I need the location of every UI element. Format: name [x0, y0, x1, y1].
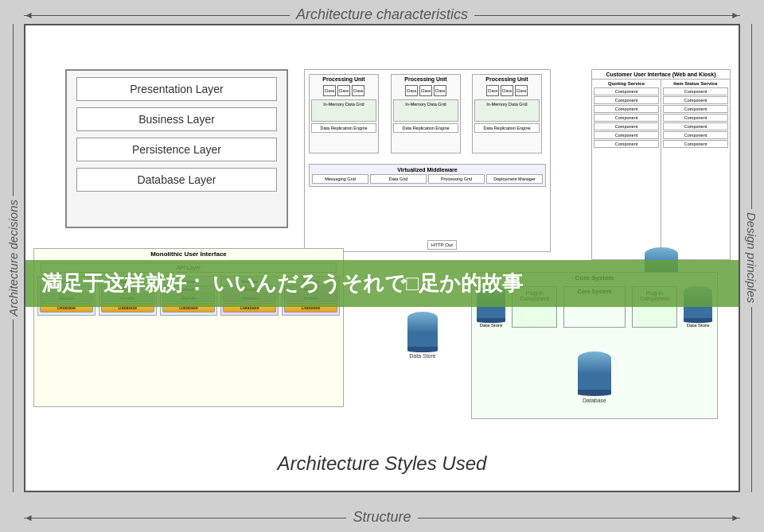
vm-data: Data Grid — [370, 174, 427, 184]
plugin-ds-left-label: Data Store — [477, 323, 505, 328]
pu2-class2: Class — [419, 85, 432, 96]
vm-deployment: Deployment Manager — [486, 174, 543, 184]
ds1-body — [407, 332, 438, 347]
plugin-ds-left-body — [477, 305, 505, 318]
cui-comp-3: Component — [594, 105, 659, 113]
left-arrow: Architecture decisions — [2, 24, 24, 492]
plugin-db-body — [578, 374, 611, 390]
ds1-bottom — [407, 347, 438, 352]
bottom-arrow-label: Structure — [346, 509, 417, 526]
cui-comp-7: Component — [594, 140, 659, 148]
processing-unit-2: Processing Unit Class Class Class In-Mem… — [391, 74, 461, 153]
pu3-grid: In-Memory Data Grid — [474, 99, 540, 122]
http-box: HTTP Out — [427, 240, 457, 250]
pu3-class2: Class — [501, 85, 513, 96]
presentation-layer: Presentation Layer — [76, 77, 277, 101]
plugin-db-label: Database — [472, 398, 717, 403]
pu2-grid: In-Memory Data Grid — [393, 99, 458, 122]
pu3-class3: Class — [515, 85, 528, 96]
cui-comp-6: Component — [594, 131, 659, 139]
pu1-engine: Data Replication Engine — [311, 123, 376, 133]
vm-messaging: Messaging Grid — [312, 174, 368, 184]
monolithic-header: Monolithic User Interface — [34, 249, 343, 259]
cui-comp-2: Component — [594, 96, 659, 104]
plugin-db-bottom — [578, 390, 611, 396]
plugin-ds-right-body — [684, 305, 712, 318]
persistence-layer: Persistence Layer — [76, 138, 277, 161]
left-arrow-label: Architecture decisions — [6, 196, 20, 320]
banner-overlay: 満足于这样就好： いいんだろうそれで□足か的故事 — [25, 260, 739, 307]
pu2-classes: Class Class Class — [392, 83, 460, 98]
pu2-header: Processing Unit — [392, 75, 460, 83]
cui-comp2-1: Component — [663, 87, 728, 95]
vm-items: Messaging Grid Data Grid Processing Grid… — [312, 174, 543, 184]
pu3-classes: Class Class Class — [473, 83, 541, 98]
top-arrow: Architecture characteristics — [24, 6, 740, 23]
processing-area: Processing Unit Class Class Class In-Mem… — [304, 69, 551, 252]
cui-col1-header: Quoting Service — [594, 81, 659, 86]
bottom-arrow: Structure — [24, 509, 740, 526]
cui-comp2-6: Component — [663, 131, 728, 139]
layered-architecture-box: Presentation Layer Business Layer Persis… — [65, 69, 288, 228]
pu2-class1: Class — [405, 85, 418, 96]
right-arrow: Design principles — [740, 24, 762, 492]
pu1-class2: Class — [337, 85, 350, 96]
pu1-classes: Class Class Class — [310, 83, 378, 98]
plugin-db-top — [578, 351, 611, 374]
vm-header: Virtualized Middleware — [312, 167, 543, 173]
top-arrow-label: Architecture characteristics — [290, 6, 474, 23]
pu2-engine: Data Replication Engine — [393, 123, 458, 133]
pu1-class3: Class — [352, 85, 364, 96]
cui-comp-5: Component — [594, 122, 659, 130]
cui-comp2-7: Component — [663, 140, 728, 148]
cui-comp2-3: Component — [663, 105, 728, 113]
outer-frame: Presentation Layer Business Layer Persis… — [24, 24, 740, 492]
processing-unit-3: Processing Unit Class Class Class In-Mem… — [472, 74, 542, 153]
cui-comp2-5: Component — [663, 122, 728, 130]
customer-ui-cols: Quoting Service Component Component Comp… — [592, 80, 730, 253]
plugin-ds-right-label: Data Store — [684, 323, 712, 328]
cui-comp2-2: Component — [663, 96, 728, 104]
vm-processing: Processing Grid — [428, 174, 485, 184]
business-layer: Business Layer — [76, 107, 277, 131]
pu3-class1: Class — [486, 85, 499, 96]
processing-unit-1: Processing Unit Class Class Class In-Mem… — [309, 74, 379, 153]
database-layer: Database Layer — [76, 168, 277, 192]
customer-ui-area: Customer User Interface (Web and Kiosk) … — [591, 69, 731, 260]
banner-text: 満足于这样就好： いいんだろうそれで□足か的故事 — [41, 270, 723, 297]
vm-area: Virtualized Middleware Messaging Grid Da… — [309, 164, 546, 187]
cui-comp-4: Component — [594, 114, 659, 122]
cui-comp-1: Component — [594, 87, 659, 95]
arch-styles-label: Architecture Styles Used — [278, 452, 487, 475]
cui-comp2-4: Component — [663, 114, 728, 122]
pu1-header: Processing Unit — [310, 75, 378, 83]
data-store-1: Data Store — [407, 312, 438, 359]
pu1-class1: Class — [323, 85, 336, 96]
pu2-class3: Class — [434, 85, 446, 96]
cui-col-2: Item Status Service Component Component … — [661, 80, 730, 253]
right-arrow-label: Design principles — [745, 209, 758, 306]
ds1-top — [407, 312, 438, 332]
customer-ui-header: Customer User Interface (Web and Kiosk) — [592, 70, 730, 80]
ds1-label: Data Store — [407, 353, 438, 359]
pu3-header: Processing Unit — [473, 75, 541, 83]
plugin-db: Database — [472, 351, 717, 403]
cui-col2-header: Item Status Service — [663, 81, 728, 86]
cui-col-1: Quoting Service Component Component Comp… — [592, 80, 661, 253]
pu1-grid: In-Memory Data Grid — [311, 99, 376, 122]
pu3-engine: Data Replication Engine — [474, 123, 540, 133]
